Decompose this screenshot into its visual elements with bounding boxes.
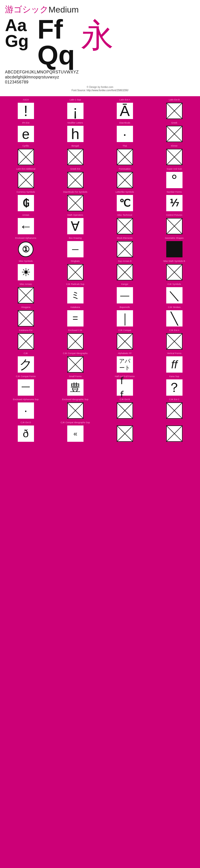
- grid-cell-cjk-ext-d: CJK Ext D ð: [1, 420, 50, 443]
- label-sup-arrows-b: Sup Arrows B: [118, 260, 132, 263]
- grid-cell-ipa: IPA Ext e: [1, 121, 50, 143]
- grid-cell-diacrit-sym: Diacriticals For Symbols: [51, 190, 100, 212]
- grid-cell-hiragana: Hiragana: [1, 305, 50, 328]
- label-math-ops: Math Operators: [68, 214, 83, 217]
- crossed-box-greek: [166, 126, 183, 142]
- grid-cell-misc-tech: Misc Technical: [100, 213, 149, 235]
- crossed-box-sup-arrows-b: [117, 264, 133, 280]
- crossed-box-diacrit-sym: [67, 195, 83, 211]
- label-cjk-compat: CJK Compat: [118, 329, 131, 332]
- grid-cell-latin1sup: Latin 1 Sup ¡: [51, 97, 100, 120]
- grid-cell-empty-2: [150, 420, 199, 443]
- grid-cell-cjk-ext-a: CJK Ext A: [150, 328, 199, 350]
- label-cjk-compat-forms: CJK Compat Forms: [16, 375, 36, 378]
- label-modifier: Modifier Letters: [68, 122, 83, 125]
- char-fraction: ⅐: [166, 195, 183, 211]
- label-latin1sup: Latin 1 Sup: [70, 98, 81, 101]
- grid-cell-small-forms: Small Forms 豊: [51, 374, 100, 397]
- label-vertical-forms: Vertical Forms: [167, 352, 182, 355]
- preview-kanji: 永: [81, 19, 114, 52]
- label-letterlike: Letterlike Symbols: [116, 191, 134, 194]
- label-greek-ext: Greek Ext: [70, 168, 80, 170]
- char-equals: =: [67, 310, 83, 327]
- label-cjk-compat-ideo-sup: CJK Compat Ideographs Sup: [61, 421, 90, 424]
- grid-cell-currency: Currency Symbols ₲: [1, 190, 50, 212]
- label-misc-math-b: Misc Math Symbols B: [163, 260, 185, 263]
- label-khmer: Khmer: [171, 145, 178, 148]
- grid-row-15: CJK Ext D ð CJK Compat Ideographs Sup «: [1, 420, 199, 443]
- label-cjk-ext-a: CJK Ext A: [169, 329, 179, 332]
- char-h: h: [67, 126, 83, 142]
- crossed-box-misc-tech: [117, 218, 133, 234]
- grid-row-14: Enclosed Alphanums Sup · Enclosed Ideogr…: [1, 397, 199, 420]
- grid-cell-latin-ext-b: Latin Ext B: [150, 97, 199, 120]
- grid-cell-enclosed-ideo-sup: Enclosed Ideographic Sup: [51, 397, 100, 420]
- label-punctuation: Punctuation: [119, 168, 131, 170]
- crossed-box-punctuation: [117, 172, 133, 188]
- grid-cell-half-full: Half And Full Forms ｆｆ: [100, 374, 149, 397]
- grid-cell-sup-arrows-b: Sup Arrows B: [100, 259, 149, 281]
- char-question: ？: [166, 379, 183, 396]
- crossed-box-block-elem: [117, 241, 133, 257]
- char-a-macron: Ā: [117, 103, 133, 119]
- label-cjk-ext-c: CJK Ext C: [169, 398, 179, 401]
- label-misc-sym: Misc Symbols: [19, 260, 33, 263]
- char-triple-dash: ミ: [67, 287, 83, 304]
- char-arrow-left: ←: [18, 218, 34, 234]
- grid-row-9: Misc Arrows CJK Radicals Sup ミ Kangxi — …: [1, 282, 199, 305]
- label-cjk-sym: CJK Symbols: [167, 283, 181, 286]
- label-numforms: Number Forms: [167, 191, 182, 194]
- grid-row-3: Cyrillic Bengali Thai: [1, 144, 199, 166]
- char-currency: ₲: [18, 195, 34, 211]
- grid-row-12: CJK ク CJK Compat Ideographs Alphabetic F…: [1, 351, 199, 374]
- crossed-box-bengali: [67, 149, 83, 165]
- crossed-box-cjk-compat-ideographs: [67, 356, 83, 373]
- char-dot-punc: ·: [18, 402, 34, 419]
- label-thai: Thai: [122, 145, 127, 148]
- digits: 0123456789: [5, 80, 195, 85]
- grid-cell-bengali: Bengali: [51, 144, 100, 166]
- crossed-box-latin-ext-add: [18, 172, 34, 188]
- grid-cell-modifier: Modifier Letters h: [51, 121, 100, 143]
- label-geo-shapes: Geometric Shapes: [165, 237, 184, 240]
- char-circled-1: ①: [18, 242, 34, 257]
- grid-cell-cyrillic: Cyrillic: [1, 144, 50, 166]
- alphabet-upper: ABCDEFGHIJKLMNOPQRSTUVWXYZ: [5, 70, 195, 74]
- grid-cell-punctuation: Punctuation: [100, 167, 149, 189]
- char-katakana-ku: ク: [18, 356, 34, 373]
- crossed-box-cjk-compat: [117, 333, 133, 349]
- label-block-elem: Block Elements: [117, 237, 132, 240]
- crossed-box-katakana-ext: [18, 333, 34, 349]
- grid-cell-bopomofo: Bopomofo ｜: [100, 305, 149, 328]
- grid-cell-vertical-forms: Vertical Forms ff: [150, 351, 199, 374]
- label-kangxi: Kangxi: [121, 283, 128, 286]
- char-em-dash: 一: [18, 379, 34, 396]
- grid-cell-geo-shapes: Geometric Shapes: [150, 236, 199, 258]
- grid-cell-letterlike: Letterlike Symbols ℃: [100, 190, 149, 212]
- grid-row-8: Misc Symbols ☀ Dingbats Sup Arrows B: [1, 259, 199, 281]
- label-diacrit-sym: Diacriticals For Symbols: [63, 191, 87, 194]
- crossed-box-cjk-ext-a: [166, 333, 183, 349]
- char-letterlike: ℃: [117, 195, 133, 211]
- crossed-box-dingbats: [67, 264, 83, 280]
- label-cjk: CJK: [24, 352, 28, 355]
- grid-cell-arrows: Arrows ←: [1, 213, 50, 235]
- label-enclosed-alpha-sup: Enclosed Alphanums Sup: [13, 398, 39, 401]
- label-super-sub: Super And Sub: [167, 168, 182, 170]
- grid-cell-ascii: ASCII !: [1, 97, 50, 120]
- grid-cell-enclosed-cjk: Enclosed CJK: [51, 328, 100, 350]
- grid-cell-cjk-radicals: CJK Radicals Sup ミ: [51, 282, 100, 305]
- grid-cell-super-sub: Super And Sub °: [150, 167, 199, 189]
- preview-gq: Gg: [5, 32, 29, 49]
- grid-cell-latin-ext-a: Latin Ext A Ā: [100, 97, 149, 120]
- copyright: © Design by fontke.com: [5, 86, 195, 89]
- grid-cell-katakana-ext: Katakana Ext: [1, 328, 50, 350]
- grid-row-5: Currency Symbols ₲ Diacriticals For Symb…: [1, 190, 199, 212]
- label-bengali: Bengali: [72, 145, 79, 148]
- character-grid: ASCII ! Latin 1 Sup ¡ Latin Ext A Ā Lati…: [0, 96, 200, 444]
- grid-cell-katakana: Katakana =: [51, 305, 100, 328]
- label-hiragana: Hiragana: [21, 306, 31, 309]
- grid-cell-enclosed-alpha: Enclosed Alphanums ①: [1, 236, 50, 258]
- crossed-box-greek-ext: [67, 172, 83, 188]
- source-line: Font Source: http://www.fontke.com/font/…: [5, 89, 195, 92]
